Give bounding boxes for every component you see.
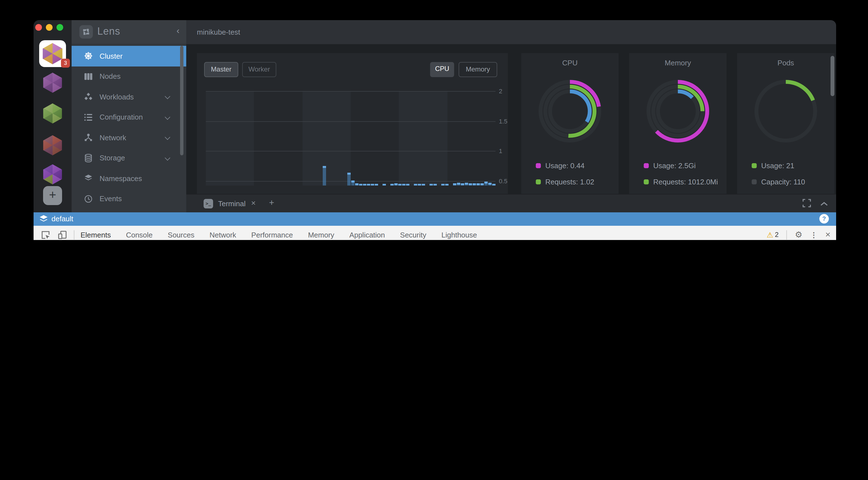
legend-swatch [752,179,757,184]
sidebar-item-label: Nodes [99,72,121,81]
chart-bar [445,184,448,185]
pods-metric-panel: PodsUsage: 21Capacity: 110 [737,53,834,194]
cluster-icon-cluster-4[interactable] [42,135,63,156]
chart-bar [441,184,445,185]
cluster-title: minikube-test [197,28,240,36]
tab-lighthouse[interactable]: Lighthouse [441,226,477,240]
devtools-settings-icon[interactable]: ⚙ [795,230,802,240]
metric-toggle-memory[interactable]: Memory [459,62,497,77]
chart-bar [398,184,402,185]
dashboard-scrollbar[interactable] [831,56,834,96]
chart-band [399,91,447,185]
sidebar-item-nodes[interactable]: Nodes [71,66,186,87]
node-filter-master[interactable]: Master [204,62,238,77]
cluster-icon [84,52,93,61]
tab-memory[interactable]: Memory [308,226,334,240]
terminal-add-icon[interactable]: + [269,198,274,208]
zoom-button[interactable] [57,24,63,31]
close-button[interactable] [35,24,42,31]
devtools-close-icon[interactable]: × [825,230,831,240]
sidebar-item-namespaces[interactable]: Namespaces [71,168,186,188]
sidebar-item-label: Namespaces [99,174,142,183]
sidebar-item-workloads[interactable]: Workloads [71,87,186,107]
minimize-button[interactable] [46,24,53,31]
tab-performance[interactable]: Performance [251,226,293,240]
chevron-down-icon[interactable] [165,114,170,119]
inspect-element-icon[interactable] [40,230,51,240]
chart-bar [363,184,366,185]
dock-collapse-icon[interactable] [820,199,828,210]
chart-bar [461,183,464,185]
cluster-dashboard: MasterWorker CPUMemory 21.510.5 CPUUsage… [186,44,836,194]
chevron-down-icon[interactable] [165,134,170,140]
workloads-icon [84,93,93,101]
chart-bar [433,184,437,185]
sidebar-item-storage[interactable]: Storage [71,148,186,168]
chart-bar [367,184,370,185]
chart-band [206,91,254,185]
chart-bar [473,183,476,185]
tab-network[interactable]: Network [210,226,236,240]
tab-elements[interactable]: Elements [81,226,111,240]
namespace-layers-icon [39,214,48,226]
sidebar-item-network[interactable]: Network [71,127,186,148]
cpu-metric-panel: CPUUsage: 0.44Requests: 1.02 [521,53,619,194]
legend-row: Capacity: 110 [752,178,805,186]
traffic-lights [35,24,63,31]
legend-label: Usage: 2.5Gi [653,162,696,170]
chevron-down-icon[interactable] [165,155,170,160]
chart-gridline [206,151,496,151]
tab-console[interactable]: Console [126,226,152,240]
tab-security[interactable]: Security [400,226,427,240]
chart-band [447,91,496,185]
tab-sources[interactable]: Sources [168,226,194,240]
cluster-hexagon [42,135,63,155]
cluster-icon-cluster-3[interactable] [42,103,63,124]
memory-metric-panel: MemoryUsage: 2.5GiRequests: 1012.0Mi [629,53,726,194]
devtools-menu-icon[interactable]: ⋮ [810,231,817,239]
sidebar-collapse-button[interactable]: ‹ [177,26,180,36]
cluster-hexagon [42,73,63,93]
legend-row: Usage: 0.44 [536,162,584,170]
chart-bar [484,181,488,185]
chart-bar [406,184,409,185]
main-content: minikube-test MasterWorker CPUMemory 21.… [186,20,836,212]
device-toolbar-icon[interactable] [57,230,68,240]
terminal-close-icon[interactable]: × [251,198,256,207]
terminal-tab[interactable]: Terminal [218,200,246,208]
lens-logo-icon [80,25,93,39]
devtools-toolbar: ElementsConsoleSourcesNetworkPerformance… [34,226,836,240]
namespace-label[interactable]: default [52,214,73,223]
help-button[interactable]: ? [819,214,829,224]
sidebar-item-events[interactable]: Events [71,188,186,209]
metric-panel-title: CPU [521,59,619,67]
metric-toggle-cpu[interactable]: CPU [430,62,454,77]
chart-bar [465,183,468,185]
chart-bar [430,184,433,185]
chart-gridline [206,121,496,122]
add-cluster-button[interactable]: + [43,186,62,205]
legend-swatch [644,163,649,168]
sidebar-scrollbar[interactable] [180,46,183,155]
sidebar-item-cluster[interactable]: Cluster [71,46,186,66]
warnings-badge[interactable]: ⚠ 2 [767,231,779,239]
legend-label: Usage: 21 [761,162,795,170]
cluster-icon-cluster-5[interactable] [42,164,63,185]
cluster-icon-cluster-2[interactable] [42,73,63,93]
memory-donut-chart [644,78,711,145]
sidebar-item-label: Network [99,134,126,142]
legend-label: Capacity: 110 [761,178,805,186]
network-icon [84,133,93,142]
dock-fullscreen-icon[interactable] [803,199,811,210]
chevron-down-icon[interactable] [165,94,170,99]
chart-bar [476,183,480,185]
chart-axis-tick: 1 [499,147,502,154]
namespaces-icon [84,174,93,183]
pods-donut-chart [752,78,819,145]
sidebar-item-configuration[interactable]: Configuration [71,107,186,127]
sidebar-item-label: Events [99,195,122,203]
legend-swatch [752,163,757,168]
cluster-icon-minikube-test[interactable]: 3 [39,40,66,67]
node-filter-worker[interactable]: Worker [242,62,276,77]
tab-application[interactable]: Application [349,226,385,240]
